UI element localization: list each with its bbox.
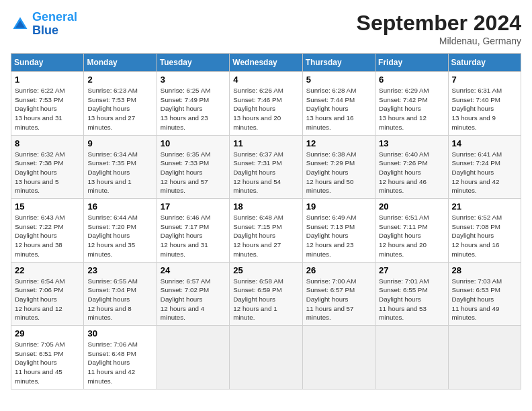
table-row [448, 326, 521, 390]
table-row: 18 Sunrise: 6:48 AMSunset: 7:15 PMDaylig… [230, 199, 302, 263]
table-row: 16 Sunrise: 6:44 AMSunset: 7:20 PMDaylig… [84, 199, 157, 263]
table-row: 13 Sunrise: 6:40 AMSunset: 7:26 PMDaylig… [375, 135, 448, 199]
table-row: 9 Sunrise: 6:34 AMSunset: 7:35 PMDayligh… [84, 135, 157, 199]
col-wednesday: Wednesday [230, 54, 302, 72]
table-row: 26 Sunrise: 7:00 AMSunset: 6:57 PMDaylig… [302, 262, 375, 326]
table-row [302, 326, 375, 390]
table-row: 30 Sunrise: 7:06 AMSunset: 6:48 PMDaylig… [84, 326, 157, 390]
table-row: 1 Sunrise: 6:22 AMSunset: 7:53 PMDayligh… [11, 72, 84, 136]
month-title: September 2024 [357, 11, 521, 36]
table-row: 25 Sunrise: 6:58 AMSunset: 6:59 PMDaylig… [230, 262, 302, 326]
calendar-table: Sunday Monday Tuesday Wednesday Thursday… [11, 53, 521, 390]
table-row: 19 Sunrise: 6:49 AMSunset: 7:13 PMDaylig… [302, 199, 375, 263]
table-row: 7 Sunrise: 6:31 AMSunset: 7:40 PMDayligh… [448, 72, 521, 136]
table-row: 2 Sunrise: 6:23 AMSunset: 7:53 PMDayligh… [84, 72, 157, 136]
table-row: 6 Sunrise: 6:29 AMSunset: 7:42 PMDayligh… [375, 72, 448, 136]
table-row: 24 Sunrise: 6:57 AMSunset: 7:02 PMDaylig… [157, 262, 229, 326]
table-row: 8 Sunrise: 6:32 AMSunset: 7:38 PMDayligh… [11, 135, 84, 199]
table-row: 3 Sunrise: 6:25 AMSunset: 7:49 PMDayligh… [157, 72, 229, 136]
col-monday: Monday [84, 54, 157, 72]
col-tuesday: Tuesday [157, 54, 229, 72]
table-row: 28 Sunrise: 7:03 AMSunset: 6:53 PMDaylig… [448, 262, 521, 326]
col-friday: Friday [375, 54, 448, 72]
calendar-week-5: 29 Sunrise: 7:05 AMSunset: 6:51 PMDaylig… [11, 326, 521, 390]
table-row [157, 326, 229, 390]
col-thursday: Thursday [302, 54, 375, 72]
table-row: 15 Sunrise: 6:43 AMSunset: 7:22 PMDaylig… [11, 199, 84, 263]
calendar-header-row: Sunday Monday Tuesday Wednesday Thursday… [11, 54, 521, 72]
table-row: 5 Sunrise: 6:28 AMSunset: 7:44 PMDayligh… [302, 72, 375, 136]
table-row [230, 326, 302, 390]
table-row: 14 Sunrise: 6:41 AMSunset: 7:24 PMDaylig… [448, 135, 521, 199]
table-row: 23 Sunrise: 6:55 AMSunset: 7:04 PMDaylig… [84, 262, 157, 326]
header: GeneralBlue September 2024 Mildenau, Ger… [11, 11, 521, 46]
calendar-week-3: 15 Sunrise: 6:43 AMSunset: 7:22 PMDaylig… [11, 199, 521, 263]
table-row: 10 Sunrise: 6:35 AMSunset: 7:33 PMDaylig… [157, 135, 229, 199]
location: Mildenau, Germany [357, 36, 521, 46]
table-row: 17 Sunrise: 6:46 AMSunset: 7:17 PMDaylig… [157, 199, 229, 263]
col-sunday: Sunday [11, 54, 84, 72]
table-row: 21 Sunrise: 6:52 AMSunset: 7:08 PMDaylig… [448, 199, 521, 263]
col-saturday: Saturday [448, 54, 521, 72]
title-area: September 2024 Mildenau, Germany [357, 11, 521, 46]
calendar-week-4: 22 Sunrise: 6:54 AMSunset: 7:06 PMDaylig… [11, 262, 521, 326]
table-row: 22 Sunrise: 6:54 AMSunset: 7:06 PMDaylig… [11, 262, 84, 326]
table-row: 29 Sunrise: 7:05 AMSunset: 6:51 PMDaylig… [11, 326, 84, 390]
table-row: 12 Sunrise: 6:38 AMSunset: 7:29 PMDaylig… [302, 135, 375, 199]
calendar-week-2: 8 Sunrise: 6:32 AMSunset: 7:38 PMDayligh… [11, 135, 521, 199]
logo-text: GeneralBlue [32, 11, 77, 38]
table-row: 27 Sunrise: 7:01 AMSunset: 6:55 PMDaylig… [375, 262, 448, 326]
table-row [375, 326, 448, 390]
table-row: 11 Sunrise: 6:37 AMSunset: 7:31 PMDaylig… [230, 135, 302, 199]
table-row: 4 Sunrise: 6:26 AMSunset: 7:46 PMDayligh… [230, 72, 302, 136]
calendar-week-1: 1 Sunrise: 6:22 AMSunset: 7:53 PMDayligh… [11, 72, 521, 136]
logo: GeneralBlue [11, 11, 77, 38]
table-row: 20 Sunrise: 6:51 AMSunset: 7:11 PMDaylig… [375, 199, 448, 263]
logo-icon [11, 15, 30, 34]
